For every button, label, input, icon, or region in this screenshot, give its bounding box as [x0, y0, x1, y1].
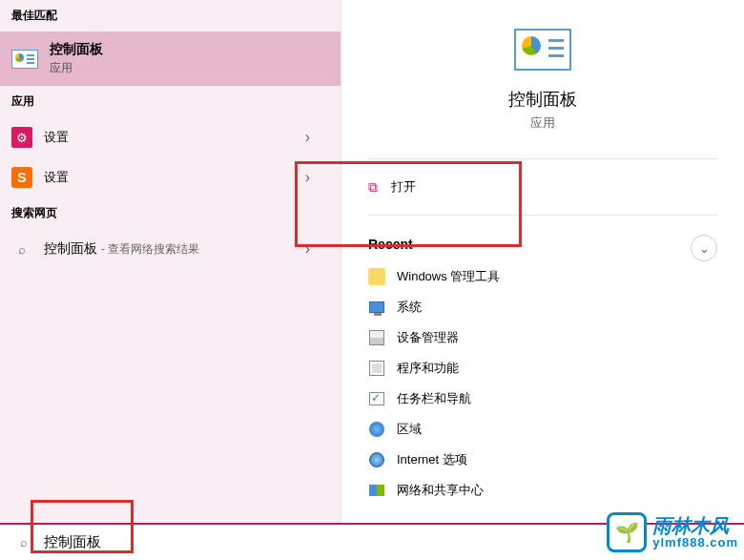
chevron-right-icon: ›	[305, 129, 310, 146]
app-item-settings-2[interactable]: S 设置 ›	[0, 157, 341, 197]
preview-panel: 控制面板 应用 ⧉ 打开 ⌄ Recent Windows 管理工具 系统 设备…	[341, 0, 744, 523]
control-panel-icon-large	[514, 29, 571, 71]
region-icon	[369, 422, 384, 437]
divider	[368, 215, 717, 216]
search-icon: ⌕	[11, 239, 32, 259]
chevron-down-icon: ⌄	[699, 241, 710, 256]
recent-item-admin-tools[interactable]: Windows 管理工具	[368, 261, 717, 292]
web-item-main: 控制面板	[44, 240, 97, 258]
recent-item-network-sharing[interactable]: 网络和共享中心	[368, 475, 717, 506]
recent-item-region[interactable]: 区域	[368, 414, 717, 445]
recent-item-system[interactable]: 系统	[368, 292, 717, 322]
app-label: 设置	[44, 129, 69, 146]
watermark-url: ylmf888.com	[652, 536, 738, 550]
preview-title: 控制面板	[508, 88, 577, 111]
chevron-right-icon: ›	[305, 169, 310, 186]
watermark: 🌱 雨林木风 ylmf888.com	[607, 512, 738, 552]
control-panel-icon	[11, 50, 38, 69]
web-search-item[interactable]: ⌕ 控制面板 - 查看网络搜索结果 ›	[0, 229, 341, 269]
best-match-subtitle: 应用	[50, 60, 103, 76]
gear-icon: ⚙	[11, 127, 32, 148]
recent-item-internet-options[interactable]: Internet 选项	[368, 445, 717, 475]
search-icon: ⌕	[13, 532, 34, 553]
open-action[interactable]: ⧉ 打开	[341, 167, 744, 207]
web-item-sub: - 查看网络搜索结果	[101, 241, 199, 258]
expand-chevron-button[interactable]: ⌄	[691, 235, 717, 261]
app-label: 设置	[44, 169, 69, 186]
recent-item-programs[interactable]: 程序和功能	[368, 353, 717, 384]
recent-item-taskbar[interactable]: 任务栏和导航	[368, 384, 717, 414]
s-icon: S	[11, 167, 32, 188]
open-icon: ⧉	[368, 179, 378, 196]
watermark-brand: 雨林木风	[652, 515, 738, 536]
recent-label: 任务栏和导航	[397, 390, 471, 407]
open-label: 打开	[391, 178, 416, 196]
recent-label: Windows 管理工具	[397, 268, 500, 285]
app-item-settings-1[interactable]: ⚙ 设置 ›	[0, 117, 341, 157]
internet-icon	[369, 452, 384, 467]
recent-label: 程序和功能	[397, 360, 459, 377]
folder-icon	[368, 268, 385, 285]
recent-label: 区域	[397, 421, 422, 438]
recent-label: Internet 选项	[397, 451, 467, 468]
programs-icon	[369, 361, 384, 376]
recent-label: 设备管理器	[397, 329, 459, 346]
search-results-panel: 最佳匹配 控制面板 应用 应用 ⚙ 设置 › S 设置 › 搜索网页 ⌕ 控制面…	[0, 0, 341, 523]
device-icon	[369, 330, 384, 345]
web-header: 搜索网页	[0, 197, 341, 229]
preview-subtitle: 应用	[530, 114, 555, 132]
best-match-item[interactable]: 控制面板 应用	[0, 31, 341, 86]
divider	[368, 158, 717, 159]
best-match-title: 控制面板	[50, 41, 103, 58]
network-icon	[369, 485, 384, 496]
best-match-header: 最佳匹配	[0, 0, 341, 31]
recent-label: 网络和共享中心	[397, 482, 484, 499]
recent-header: Recent	[368, 237, 717, 252]
watermark-logo-icon: 🌱	[607, 512, 647, 552]
taskbar-icon	[369, 392, 384, 405]
recent-label: 系统	[397, 299, 422, 316]
recent-item-device-manager[interactable]: 设备管理器	[368, 322, 717, 353]
monitor-icon	[369, 301, 384, 313]
apps-header: 应用	[0, 86, 341, 117]
chevron-right-icon: ›	[305, 240, 310, 258]
